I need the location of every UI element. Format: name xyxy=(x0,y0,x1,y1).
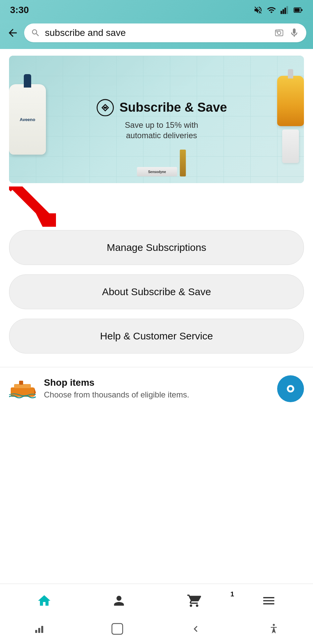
banner-background: Subscribe & Save Save up to 15% withauto… xyxy=(9,56,304,183)
search-bar-row: subscribe and save xyxy=(0,20,313,49)
nav-cart[interactable]: 1 xyxy=(156,593,232,608)
home-nav-icon xyxy=(37,593,52,608)
soap-bottle-decoration xyxy=(277,76,304,126)
svg-rect-0 xyxy=(280,11,282,14)
search-query-text: subscribe and save xyxy=(45,28,269,38)
svg-marker-15 xyxy=(36,213,56,227)
alexa-button[interactable] xyxy=(277,375,304,402)
cart-nav-icon xyxy=(187,593,201,608)
mic-icon[interactable] xyxy=(289,28,300,38)
svg-point-28 xyxy=(273,624,275,626)
red-arrow-indicator xyxy=(9,186,63,227)
shop-items-title: Shop items xyxy=(44,377,304,388)
foam-tube-decoration xyxy=(282,129,299,163)
shop-icon-container xyxy=(9,377,36,402)
accessibility-button[interactable] xyxy=(265,621,282,637)
svg-rect-3 xyxy=(287,6,288,14)
action-buttons-section: Manage Subscriptions About Subscribe & S… xyxy=(9,230,304,354)
search-icon xyxy=(31,28,40,38)
menu-nav-icon xyxy=(261,593,276,608)
nav-home[interactable] xyxy=(7,593,82,608)
banner-text-block: Subscribe & Save Save up to 15% withauto… xyxy=(46,98,277,141)
bottom-nav: 1 xyxy=(0,584,313,617)
sensodyne-decoration: Sensodyne xyxy=(137,150,186,176)
wifi-icon xyxy=(267,5,276,15)
svg-point-23 xyxy=(289,387,293,391)
nav-account[interactable] xyxy=(82,593,157,608)
shop-items-section: Shop items Choose from thousands of elig… xyxy=(9,377,304,402)
status-bar: 3:30 xyxy=(0,0,313,20)
svg-rect-1 xyxy=(283,9,284,14)
svg-point-11 xyxy=(97,100,114,116)
system-home-button[interactable] xyxy=(109,621,126,637)
svg-rect-27 xyxy=(112,624,123,634)
svg-point-12 xyxy=(104,109,105,110)
banner-image[interactable]: Subscribe & Save Save up to 15% withauto… xyxy=(9,56,304,183)
banner-right-products xyxy=(277,76,304,163)
nav-menu[interactable] xyxy=(232,593,307,608)
system-nav-bar xyxy=(0,617,313,644)
camera-search-icon[interactable] xyxy=(274,28,284,38)
svg-rect-6 xyxy=(301,9,303,11)
status-icons xyxy=(253,5,303,15)
svg-point-13 xyxy=(106,109,107,110)
status-time: 3:30 xyxy=(10,5,29,15)
back-button[interactable] xyxy=(7,27,19,39)
svg-rect-10 xyxy=(276,31,277,32)
banner-subtitle: Save up to 15% withautomatic deliveries xyxy=(53,120,270,141)
alexa-icon xyxy=(283,381,298,396)
help-customer-service-button[interactable]: Help & Customer Service xyxy=(9,319,304,354)
battery-icon xyxy=(294,5,303,15)
banner-title: Subscribe & Save xyxy=(119,101,227,115)
svg-rect-26 xyxy=(41,626,43,633)
shop-items-description: Choose from thousands of eligible items. xyxy=(44,390,304,399)
arrow-area xyxy=(9,186,304,227)
svg-rect-9 xyxy=(278,30,280,31)
signal-icon xyxy=(280,5,290,15)
manage-subscriptions-button[interactable]: Manage Subscriptions xyxy=(9,230,304,265)
about-subscribe-save-button[interactable]: About Subscribe & Save xyxy=(9,274,304,309)
svg-rect-2 xyxy=(285,8,286,14)
subscribe-save-icon xyxy=(96,98,115,117)
svg-rect-24 xyxy=(35,630,37,633)
svg-rect-20 xyxy=(19,381,23,385)
svg-rect-5 xyxy=(295,8,300,12)
cart-badge: 1 xyxy=(230,591,234,597)
banner-logo-row: Subscribe & Save xyxy=(53,98,270,117)
svg-rect-25 xyxy=(38,628,40,633)
recent-apps-button[interactable] xyxy=(31,621,48,637)
account-nav-icon xyxy=(112,593,126,608)
svg-marker-19 xyxy=(34,387,36,397)
mute-icon xyxy=(253,5,263,15)
shop-text-block: Shop items Choose from thousands of elig… xyxy=(44,377,304,399)
delivery-ship-icon xyxy=(9,377,36,401)
section-divider xyxy=(0,367,313,367)
search-input-container[interactable]: subscribe and save xyxy=(24,23,306,42)
system-back-button[interactable] xyxy=(187,621,204,637)
aveeno-bottle-decoration xyxy=(9,84,46,155)
main-content: Subscribe & Save Save up to 15% withauto… xyxy=(0,49,313,584)
svg-point-8 xyxy=(277,31,281,35)
